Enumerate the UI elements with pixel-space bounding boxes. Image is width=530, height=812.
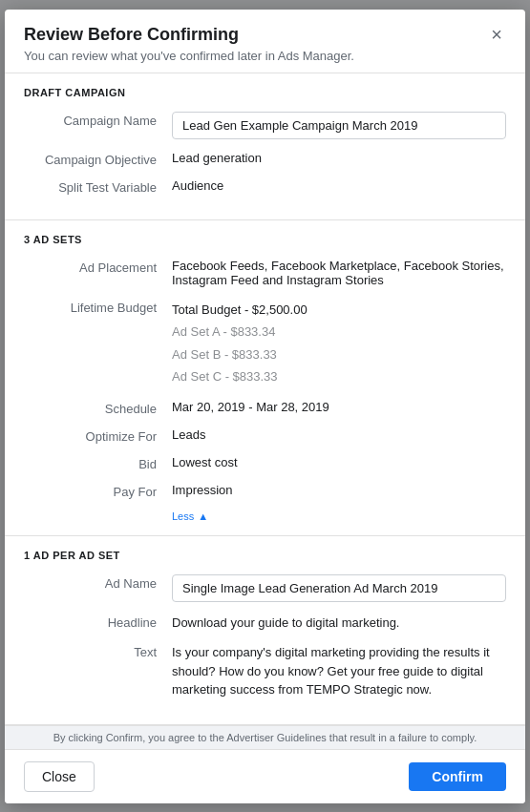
- modal-footer: Close Confirm: [5, 749, 525, 803]
- ad-placement-row: Ad Placement Facebook Feeds, Facebook Ma…: [24, 259, 506, 287]
- modal-overlay: Review Before Confirming You can review …: [0, 0, 530, 812]
- review-modal: Review Before Confirming You can review …: [5, 10, 525, 803]
- ad-name-label: Ad Name: [24, 574, 172, 591]
- tos-bar: By clicking Confirm, you agree to the Ad…: [5, 725, 525, 749]
- schedule-value: Mar 20, 2019 - Mar 28, 2019: [172, 400, 506, 414]
- budget-b: Ad Set B - $833.33: [172, 344, 506, 365]
- budget-total: Total Budget - $2,500.00: [172, 299, 506, 321]
- schedule-row: Schedule Mar 20, 2019 - Mar 28, 2019: [24, 400, 506, 416]
- ad-per-set-header: 1 AD PER AD SET: [24, 550, 506, 561]
- ad-placement-value: Facebook Feeds, Facebook Marketplace, Fa…: [172, 259, 506, 287]
- close-icon[interactable]: ×: [487, 25, 506, 44]
- split-test-value: Audience: [172, 178, 506, 193]
- campaign-objective-value: Lead generation: [172, 151, 506, 165]
- close-footer-button[interactable]: Close: [24, 761, 95, 792]
- ad-name-input-wrapper: Single Image Lead Generation Ad March 20…: [172, 574, 506, 602]
- ad-name-value: Single Image Lead Generation Ad March 20…: [172, 574, 506, 602]
- modal-body: DRAFT CAMPAIGN Campaign Name Lead Gen Ex…: [5, 73, 525, 725]
- less-button[interactable]: Less ▲: [172, 510, 208, 522]
- optimize-for-row: Optimize For Leads: [24, 427, 506, 444]
- modal-header: Review Before Confirming You can review …: [5, 10, 525, 73]
- headline-value: Download your guide to digital marketing…: [172, 614, 506, 633]
- pay-for-value: Impression: [172, 483, 506, 497]
- campaign-name-row: Campaign Name Lead Gen Example Campaign …: [24, 112, 506, 139]
- bid-label: Bid: [24, 455, 172, 471]
- budget-c: Ad Set C - $833.33: [172, 365, 506, 387]
- pay-for-label: Pay For: [24, 483, 172, 499]
- modal-header-text: Review Before Confirming You can review …: [24, 25, 354, 63]
- lifetime-budget-value: Total Budget - $2,500.00 Ad Set A - $833…: [172, 299, 506, 388]
- tos-text: By clicking Confirm, you agree to the Ad…: [53, 732, 477, 743]
- campaign-name-value: Lead Gen Example Campaign March 2019: [172, 112, 506, 139]
- campaign-objective-label: Campaign Objective: [24, 151, 172, 167]
- split-test-row: Split Test Variable Audience: [24, 178, 506, 195]
- draft-campaign-header: DRAFT CAMPAIGN: [24, 87, 506, 98]
- headline-label: Headline: [24, 614, 172, 630]
- text-row: Text Is your company's digital marketing…: [24, 643, 506, 699]
- ad-sets-header: 3 AD SETS: [24, 234, 506, 245]
- lifetime-budget-label: Lifetime Budget: [24, 299, 172, 315]
- campaign-name-input-wrapper: Lead Gen Example Campaign March 2019: [172, 112, 506, 139]
- less-label: Less: [172, 510, 194, 522]
- bid-row: Bid Lowest cost: [24, 455, 506, 471]
- campaign-name-label: Campaign Name: [24, 112, 172, 128]
- split-test-label: Split Test Variable: [24, 178, 172, 195]
- pay-for-row: Pay For Impression: [24, 483, 506, 499]
- text-value: Is your company's digital marketing prov…: [172, 643, 506, 699]
- budget-a: Ad Set A - $833.34: [172, 321, 506, 343]
- ad-per-set-section: 1 AD PER AD SET Ad Name Single Image Lea…: [5, 536, 525, 725]
- campaign-objective-row: Campaign Objective Lead generation: [24, 151, 506, 167]
- ad-sets-section: 3 AD SETS Ad Placement Facebook Feeds, F…: [5, 220, 525, 536]
- confirm-button[interactable]: Confirm: [409, 762, 506, 791]
- ad-name-row: Ad Name Single Image Lead Generation Ad …: [24, 574, 506, 602]
- text-label: Text: [24, 643, 172, 659]
- headline-row: Headline Download your guide to digital …: [24, 614, 506, 633]
- optimize-for-value: Leads: [172, 427, 506, 442]
- schedule-label: Schedule: [24, 400, 172, 416]
- draft-campaign-section: DRAFT CAMPAIGN Campaign Name Lead Gen Ex…: [5, 73, 525, 220]
- optimize-for-label: Optimize For: [24, 427, 172, 444]
- chevron-up-icon: ▲: [198, 510, 208, 522]
- ad-placement-label: Ad Placement: [24, 259, 172, 275]
- lifetime-budget-row: Lifetime Budget Total Budget - $2,500.00…: [24, 299, 506, 388]
- modal-subtitle: You can review what you've confirmed lat…: [24, 49, 354, 63]
- modal-title: Review Before Confirming: [24, 25, 354, 45]
- bid-value: Lowest cost: [172, 455, 506, 469]
